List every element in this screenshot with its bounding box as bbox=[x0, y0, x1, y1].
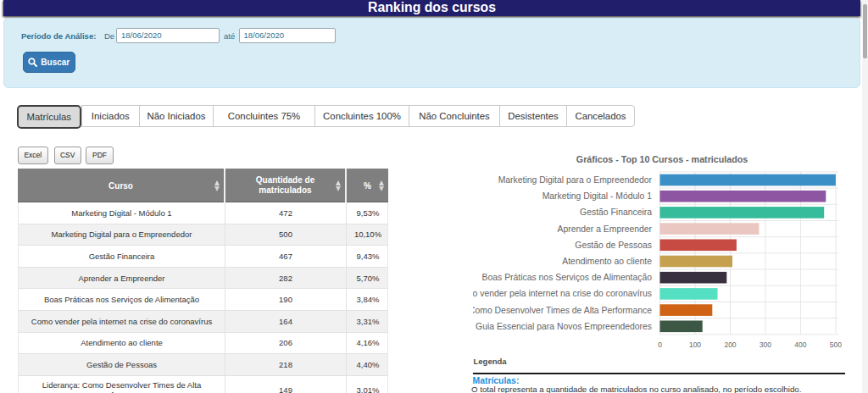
svg-text:Marketing Digital para o Empre: Marketing Digital para o Empreendedor bbox=[498, 175, 653, 185]
svg-text:Boas Práticas nos Serviços de: Boas Práticas nos Serviços de Alimentaçã… bbox=[482, 273, 653, 282]
svg-text:Liderança: Como Desenvolver Ti: Liderança: Como Desenvolver Times de Alt… bbox=[473, 306, 652, 315]
svg-text:300: 300 bbox=[760, 340, 771, 349]
svg-text:500: 500 bbox=[830, 340, 842, 349]
svg-text:400: 400 bbox=[794, 340, 806, 349]
svg-text:0: 0 bbox=[658, 340, 662, 349]
svg-text:100: 100 bbox=[689, 340, 701, 349]
svg-text:Atendimento ao cliente: Atendimento ao cliente bbox=[562, 257, 652, 266]
svg-text:Aprender a Empreender: Aprender a Empreender bbox=[558, 224, 653, 234]
svg-text:Guia Essencial para Novos Empr: Guia Essencial para Novos Empreendedores bbox=[476, 322, 652, 331]
svg-text:Marketing Digital - Módulo 1: Marketing Digital - Módulo 1 bbox=[542, 191, 653, 201]
svg-text:Como vender pela internet na c: Como vender pela internet na crise do co… bbox=[473, 289, 652, 298]
svg-text:Gestão Financeira: Gestão Financeira bbox=[580, 208, 652, 217]
svg-text:Gestão de Pessoas: Gestão de Pessoas bbox=[575, 241, 652, 250]
svg-text:200: 200 bbox=[724, 340, 736, 349]
